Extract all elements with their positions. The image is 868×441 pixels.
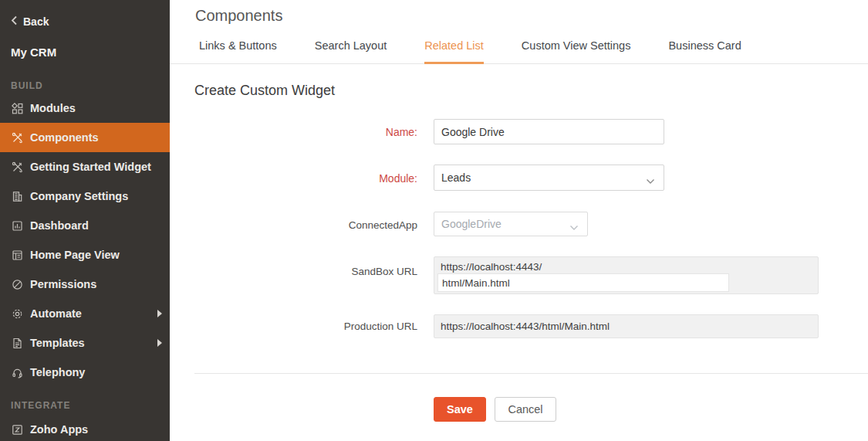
sidebar-item-label: Getting Started Widget: [30, 161, 151, 173]
sidebar-item-telephony[interactable]: Telephony: [0, 358, 170, 387]
tab-links-and-buttons[interactable]: Links & Buttons: [199, 39, 277, 64]
name-label: Name:: [201, 126, 417, 138]
chevron-down-icon: [646, 175, 655, 187]
production-url-label: Production URL: [201, 321, 417, 332]
chevron-down-icon: [569, 221, 579, 233]
dashboard-icon: [11, 219, 23, 232]
form-divider: [194, 373, 868, 374]
templates-icon: [11, 337, 23, 349]
connected-app-select[interactable]: GoogleDrive: [434, 212, 588, 236]
module-label: Module:: [201, 172, 417, 185]
connected-app-select-value: GoogleDrive: [441, 218, 502, 230]
main-header: Components Links & Buttons Search Layout…: [170, 0, 868, 64]
modules-icon: [11, 102, 23, 114]
module-select[interactable]: Leads: [434, 165, 664, 191]
connected-app-label: ConnectedApp: [201, 219, 417, 231]
sidebar-item-label: Dashboard: [30, 219, 89, 232]
sandbox-url-input[interactable]: [437, 273, 729, 292]
sandbox-url-readonly-text: https://localhost:4443/: [441, 261, 812, 273]
name-input[interactable]: [434, 119, 664, 144]
page-title: Components: [195, 7, 282, 25]
tab-bar: Links & Buttons Search Layout Related Li…: [199, 39, 741, 64]
cancel-button[interactable]: Cancel: [495, 397, 556, 422]
tab-custom-view-settings[interactable]: Custom View Settings: [522, 39, 631, 64]
module-select-value: Leads: [441, 171, 471, 184]
permissions-icon: [11, 278, 23, 290]
sidebar-item-label: Home Page View: [30, 249, 120, 261]
my-crm-label[interactable]: My CRM: [11, 46, 56, 59]
components-icon: [11, 131, 23, 144]
production-url-text: https://localhost:4443/html/Main.html: [441, 321, 812, 332]
home-page-view-icon: [11, 249, 23, 261]
automate-icon: [11, 307, 23, 320]
sidebar-item-permissions[interactable]: Permissions: [0, 270, 170, 299]
sidebar-item-label: Permissions: [30, 278, 96, 290]
zoho-apps-icon: [11, 423, 23, 436]
getting-started-widget-icon: [11, 161, 23, 173]
sidebar-item-dashboard[interactable]: Dashboard: [0, 211, 170, 240]
sidebar-item-label: Zoho Apps: [30, 423, 88, 436]
sidebar-item-zoho-apps[interactable]: Zoho Apps: [0, 415, 170, 441]
save-button[interactable]: Save: [434, 397, 486, 422]
sidebar-item-label: Modules: [30, 102, 76, 114]
sidebar-item-modules[interactable]: Modules: [0, 93, 170, 123]
sidebar-item-label: Templates: [30, 337, 85, 349]
tab-search-layout[interactable]: Search Layout: [315, 39, 387, 64]
chevron-right-icon: [157, 339, 162, 347]
sidebar-item-templates[interactable]: Templates: [0, 328, 170, 358]
sidebar-item-label: Company Settings: [30, 190, 128, 202]
company-settings-icon: [11, 190, 23, 202]
chevron-right-icon: [157, 310, 162, 317]
sidebar-item-getting-started-widget[interactable]: Getting Started Widget: [0, 152, 170, 181]
sidebar-item-label: Telephony: [30, 366, 85, 378]
back-button[interactable]: Back: [11, 15, 49, 28]
sidebar-item-home-page-view[interactable]: Home Page View: [0, 240, 170, 270]
sidebar-item-label: Components: [30, 131, 99, 144]
app-window: Back My CRM BUILD Modules Components Get…: [0, 0, 868, 441]
section-label-integrate: INTEGRATE: [11, 400, 70, 411]
section-label-build: BUILD: [11, 80, 43, 91]
tab-business-card[interactable]: Business Card: [668, 39, 741, 64]
sidebar-item-label: Automate: [30, 307, 82, 320]
form-title: Create Custom Widget: [194, 83, 335, 99]
production-url-box: https://localhost:4443/html/Main.html: [434, 314, 819, 338]
back-label: Back: [23, 15, 49, 28]
sandbox-url-label: SandBox URL: [201, 266, 417, 277]
sidebar-item-company-settings[interactable]: Company Settings: [0, 181, 170, 211]
sidebar-item-components[interactable]: Components: [0, 123, 170, 152]
sidebar-item-automate[interactable]: Automate: [0, 299, 170, 328]
tab-related-list[interactable]: Related List: [424, 39, 484, 64]
sandbox-url-box: https://localhost:4443/: [434, 256, 819, 294]
sidebar: Back My CRM BUILD Modules Components Get…: [0, 0, 170, 441]
chevron-left-icon: [11, 15, 18, 28]
telephony-icon: [11, 366, 23, 378]
